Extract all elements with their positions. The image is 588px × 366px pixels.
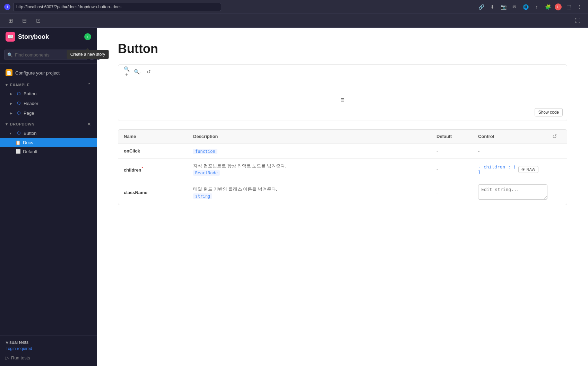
prop-type-onclick: function (193, 149, 217, 154)
section-close-dropdown[interactable]: ✕ (87, 121, 91, 127)
sidebar-item-header[interactable]: ▶ ⬡ Header (0, 98, 97, 108)
toolbar-fullscreen-button[interactable]: ⛶ (573, 16, 582, 26)
browser-globe-icon[interactable]: 🌐 (521, 3, 530, 11)
toolbar-grid2-icon[interactable]: ⊟ (19, 16, 29, 26)
configure-project-item[interactable]: 📄 Configure your project (0, 67, 97, 79)
browser-profile-icon[interactable]: U (555, 3, 562, 10)
preview-zoom-reset-button[interactable]: ↺ (145, 68, 153, 76)
sidebar: 📖 Storybook + Create a new story 🔍 ⌘K ⊟ … (0, 28, 97, 366)
row-onclick-control: - (478, 148, 547, 154)
preview-zoom-out-button[interactable]: 🔍- (133, 68, 142, 76)
nav-expand-dropdown-button: ▾ (10, 131, 14, 135)
children-raw-button[interactable]: 👁 RAW (518, 166, 538, 173)
sidebar-item-default[interactable]: ⬜ Default (0, 147, 97, 156)
column-name: Name (124, 134, 193, 139)
row-classname-default: - (436, 190, 478, 195)
section-header-dropdown[interactable]: ▾ DROPDOWN ✕ (0, 118, 97, 128)
table-row-onclick: onClick function - - (118, 143, 567, 159)
row-onclick-default: - (436, 148, 478, 154)
prop-default-children: - (436, 167, 438, 172)
prop-desc-children: 자식 컴포넌트로 항상 리액트 노드를 넘겨준다. (193, 163, 436, 169)
toolbar-grid3-icon[interactable]: ⊡ (33, 16, 43, 26)
browser-actions: 🔗 ⬇ 📷 ✉ 🌐 ↑ 🧩 U ⬚ ⋮ (477, 3, 584, 11)
sidebar-item-docs[interactable]: 📋 Docs (0, 138, 97, 147)
page-title: Button (118, 42, 567, 56)
storybook-logo: 📖 (6, 32, 15, 42)
sidebar-item-dropdown-button[interactable]: ▾ ⬡ Button (0, 128, 97, 138)
preview-canvas-content: ≡ (340, 96, 345, 104)
row-children-control: - children : { } 👁 RAW (478, 164, 547, 175)
row-children-name: children* (124, 166, 193, 172)
prop-type-classname: string (193, 193, 212, 199)
preview-zoom-in-button[interactable]: 🔍+ (122, 68, 131, 76)
configure-icon: 📄 (6, 69, 12, 76)
row-onclick-desc: function (193, 148, 436, 154)
args-table: Name Description Default Control ↺ onCli… (118, 129, 567, 205)
args-table-header: Name Description Default Control ↺ (118, 130, 567, 143)
prop-name-classname: className (124, 190, 147, 195)
row-classname-desc: 테일 윈드 기반의 클래스 이름을 넘겨준다. string (193, 186, 436, 199)
browser-download-icon[interactable]: ⬇ (488, 3, 496, 11)
nav-icon-default: ⬜ (15, 149, 21, 154)
section-chevron-dropdown: ▾ (6, 122, 8, 127)
visual-tests-label: Visual tests (6, 340, 91, 345)
nav-label-button-example: Button (24, 91, 37, 96)
nav-icon-page: ⬡ (16, 110, 21, 116)
prop-default-classname: - (436, 190, 438, 195)
children-control-value: - children : { } (478, 164, 516, 175)
main-layout: 📖 Storybook + Create a new story 🔍 ⌘K ⊟ … (0, 28, 588, 366)
preview-area: 🔍+ 🔍- ↺ ≡ Show code (118, 64, 567, 121)
classname-edit-input[interactable] (478, 184, 547, 200)
nav-label-default: Default (23, 149, 37, 154)
nav-icon-docs: 📋 (15, 140, 21, 145)
browser-url-bar[interactable]: http://localhost:6007/?path=/docs/dropdo… (13, 3, 221, 11)
prop-default-onclick: - (436, 148, 438, 154)
sidebar-bottom: Visual tests Login required ▷ Run tests (0, 335, 97, 366)
browser-camera-icon[interactable]: 📷 (499, 3, 508, 11)
section-header-example[interactable]: ▾ EXAMPLE ⌃ (0, 79, 97, 89)
reset-all-button[interactable]: ↺ (547, 133, 561, 140)
show-code-button[interactable]: Show code (535, 108, 563, 116)
login-required-link[interactable]: Login required (6, 346, 91, 351)
toolbar-grid1-icon[interactable]: ⊞ (6, 16, 15, 26)
nav-icon-header: ⬡ (16, 101, 21, 106)
run-tests-button[interactable]: ▷ Run tests (6, 354, 91, 362)
section-label-dropdown: DROPDOWN (10, 122, 35, 126)
nav-label-page: Page (24, 111, 34, 116)
browser-link-icon[interactable]: 🔗 (477, 3, 485, 11)
section-collapse-icon-example: ⌃ (87, 82, 91, 87)
nav-expand-page: ▶ (10, 111, 14, 115)
table-row-children: children* 자식 컴포넌트로 항상 리액트 노드를 넘겨준다. Reac… (118, 159, 567, 180)
eye-icon: 👁 (521, 167, 525, 172)
create-story-badge[interactable]: + (84, 33, 91, 40)
prop-control-onclick: - (478, 148, 479, 154)
row-onclick-name: onClick (124, 148, 193, 154)
browser-mail-icon[interactable]: ✉ (510, 3, 519, 11)
browser-menu-icon[interactable]: ⋮ (576, 3, 584, 11)
sidebar-item-button-example[interactable]: ▶ ⬡ Button (0, 89, 97, 98)
prop-name-children: children* (124, 167, 143, 173)
table-row-classname: className 테일 윈드 기반의 클래스 이름을 넘겨준다. string… (118, 180, 567, 205)
nav-icon-button-example: ⬡ (16, 91, 21, 96)
sidebar-item-page[interactable]: ▶ ⬡ Page (0, 108, 97, 118)
browser-arrow-icon[interactable]: ↑ (533, 3, 541, 11)
run-tests-play-icon: ▷ (6, 355, 9, 360)
column-default: Default (436, 134, 478, 139)
prop-required-children: * (142, 166, 143, 170)
browser-puzzle-icon[interactable]: 🧩 (544, 3, 552, 11)
prop-desc-classname: 테일 윈드 기반의 클래스 이름을 넘겨준다. (193, 186, 436, 192)
run-tests-label: Run tests (11, 355, 30, 360)
section-chevron-example: ▾ (6, 83, 8, 87)
column-description: Description (193, 134, 436, 139)
browser-bar: i http://localhost:6007/?path=/docs/drop… (0, 0, 588, 14)
browser-puzzle2-icon[interactable]: ⬚ (564, 3, 573, 11)
search-input[interactable] (15, 52, 73, 58)
row-children-desc: 자식 컴포넌트로 항상 리액트 노드를 넘겨준다. ReactNode (193, 163, 436, 176)
section-label-example: EXAMPLE (10, 83, 30, 87)
create-story-tooltip: Create a new story (67, 50, 109, 59)
prop-name-onclick: onClick (124, 148, 140, 154)
search-icon: 🔍 (7, 52, 13, 58)
toolbar: ⊞ ⊟ ⊡ ⛶ (0, 14, 588, 28)
prop-type-children: ReactNode (193, 170, 220, 176)
children-value-open: - children : { (478, 164, 516, 169)
